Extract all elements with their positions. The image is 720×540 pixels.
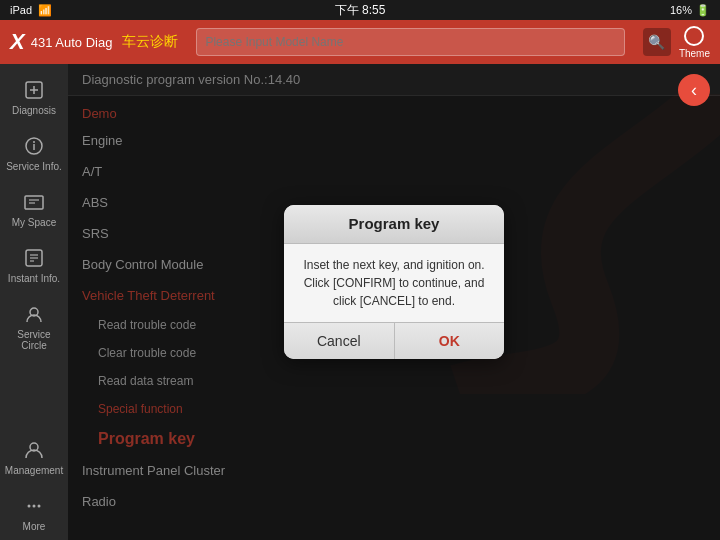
theme-icon <box>684 26 704 46</box>
service-info-icon <box>22 134 46 158</box>
battery-label: 16% <box>670 4 692 16</box>
sidebar-item-my-space[interactable]: My Space <box>2 182 66 236</box>
back-button[interactable]: ‹ <box>678 74 710 106</box>
content-area: ‹ Diagnostic program version No.:14.40 D… <box>68 64 720 540</box>
sidebar-item-diagnosis[interactable]: Diagnosis <box>2 70 66 124</box>
status-right: 16% 🔋 <box>670 4 710 17</box>
sidebar-label-management: Management <box>5 465 63 476</box>
svg-point-15 <box>28 505 31 508</box>
status-bar: iPad 📶 下午 8:55 16% 🔋 <box>0 0 720 20</box>
dialog-cancel-button[interactable]: Cancel <box>284 323 395 359</box>
dialog-overlay: Program key Inset the next key, and igni… <box>68 64 720 540</box>
time-label: 下午 8:55 <box>335 2 386 19</box>
dialog-program-key: Program key Inset the next key, and igni… <box>284 205 504 359</box>
logo-x: X <box>10 29 25 55</box>
svg-point-5 <box>33 141 35 143</box>
sidebar-label-service-info: Service Info. <box>6 161 62 172</box>
sidebar-item-service-info[interactable]: Service Info. <box>2 126 66 180</box>
logo-cn: 车云诊断 <box>122 33 178 51</box>
app-logo: X 431 Auto Diag 车云诊断 <box>10 29 178 55</box>
svg-point-17 <box>38 505 41 508</box>
search-box[interactable] <box>196 28 625 56</box>
sidebar: Diagnosis Service Info. My Space <box>0 64 68 540</box>
dialog-header: Program key <box>284 205 504 244</box>
sidebar-label-service-circle: Service Circle <box>6 329 62 351</box>
logo-text: 431 Auto Diag <box>31 35 113 50</box>
carrier-label: iPad <box>10 4 32 16</box>
sidebar-label-more: More <box>23 521 46 532</box>
service-circle-icon <box>22 302 46 326</box>
sidebar-item-management[interactable]: Management <box>2 430 66 484</box>
header: X 431 Auto Diag 车云诊断 🔍 Theme <box>0 20 720 64</box>
wifi-icon: 📶 <box>38 4 52 17</box>
sidebar-item-more[interactable]: More <box>2 486 66 540</box>
management-icon <box>22 438 46 462</box>
sidebar-label-instant-info: Instant Info. <box>8 273 60 284</box>
dialog-body: Inset the next key, and ignition on. Cli… <box>284 244 504 322</box>
status-left: iPad 📶 <box>10 4 52 17</box>
search-button[interactable]: 🔍 <box>643 28 671 56</box>
dialog-ok-button[interactable]: OK <box>395 323 505 359</box>
my-space-icon <box>22 190 46 214</box>
theme-button[interactable]: Theme <box>679 26 710 59</box>
svg-point-16 <box>33 505 36 508</box>
dialog-title: Program key <box>349 215 440 232</box>
sidebar-item-service-circle[interactable]: Service Circle <box>2 294 66 359</box>
dialog-buttons: Cancel OK <box>284 322 504 359</box>
sidebar-label-diagnosis: Diagnosis <box>12 105 56 116</box>
sidebar-label-my-space: My Space <box>12 217 56 228</box>
instant-info-icon <box>22 246 46 270</box>
sidebar-item-instant-info[interactable]: Instant Info. <box>2 238 66 292</box>
theme-label: Theme <box>679 48 710 59</box>
diagnosis-icon <box>22 78 46 102</box>
search-input[interactable] <box>205 35 616 49</box>
battery-icon: 🔋 <box>696 4 710 17</box>
more-icon <box>22 494 46 518</box>
main-layout: Diagnosis Service Info. My Space <box>0 64 720 540</box>
